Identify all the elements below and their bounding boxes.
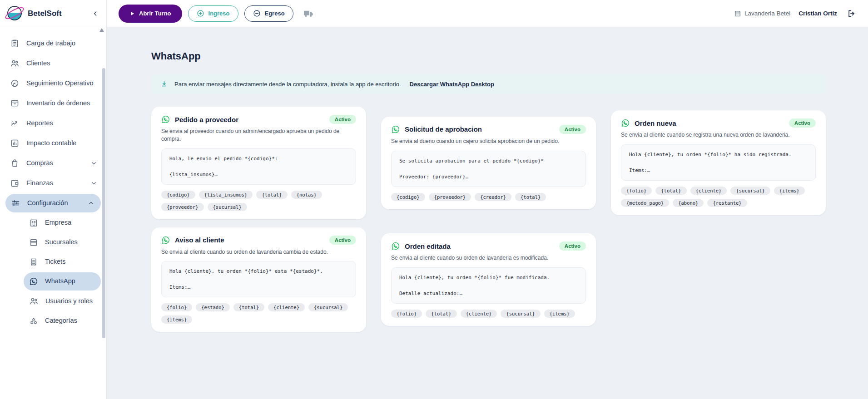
template-card: Orden nueva Activo Se envia al cliente c… xyxy=(611,110,826,215)
template-card: Pedido a proveedor Activo Se envia al pr… xyxy=(151,107,366,219)
page-title: WhatsApp xyxy=(151,50,826,62)
placeholder-chip: {lista_insumos} xyxy=(199,191,253,199)
sidebar-item-label: Empresa xyxy=(45,218,97,227)
bar-chart-icon xyxy=(10,138,20,148)
status-badge: Activo xyxy=(559,241,586,251)
sidebar-scrollbar[interactable] xyxy=(102,68,105,338)
income-label: Ingreso xyxy=(208,10,230,17)
placeholder-chip: {items} xyxy=(161,315,192,324)
placeholder-chip: {metodo_pago} xyxy=(621,199,669,207)
sidebar-item-label: Impacto contable xyxy=(26,139,97,148)
betelsoft-logo-icon xyxy=(7,6,23,21)
placeholder-chip: {folio} xyxy=(161,303,192,311)
placeholder-chip: {codigo} xyxy=(391,193,425,201)
placeholder-chips: {codigo}{proveedor}{creador}{total} xyxy=(391,193,586,201)
message-line: Hola {cliente}, tu orden *{folio}* esta … xyxy=(169,268,348,274)
topbar-right: Lavanderia Betel Cristian Ortiz xyxy=(734,9,856,18)
message-preview[interactable]: Hola {cliente}, tu orden *{folio}* esta … xyxy=(161,261,356,297)
status-badge: Activo xyxy=(329,115,356,124)
chevron-down-icon xyxy=(90,180,97,187)
wallet-icon xyxy=(10,178,20,188)
whatsapp-icon xyxy=(29,277,38,286)
sidebar-item-seguimiento-operativo[interactable]: Seguimiento Operativo xyxy=(0,74,106,93)
download-whatsapp-link[interactable]: Descargar WhatsApp Desktop xyxy=(410,81,494,88)
message-preview[interactable]: Hola, le envio el pedido *{codigo}*: {li… xyxy=(161,148,356,185)
sidebar-item-label: Seguimiento Operativo xyxy=(26,79,97,88)
placeholder-chip: {cliente} xyxy=(690,187,727,195)
message-line: Proveedor: {proveedor}… xyxy=(399,174,578,180)
placeholder-chip: {proveedor} xyxy=(429,193,471,201)
message-preview[interactable]: Hola {cliente}, tu orden *{folio}* fue m… xyxy=(391,267,586,304)
placeholder-chips: {folio}{total}{cliente}{sucursal}{items} xyxy=(391,310,586,318)
template-title: Orden nueva xyxy=(635,119,676,127)
sidebar-item-finanzas[interactable]: Finanzas xyxy=(0,174,106,192)
sidebar-collapse-button[interactable] xyxy=(92,10,99,17)
users-icon xyxy=(10,59,20,68)
sidebar-item-tickets[interactable]: Tickets xyxy=(0,253,106,271)
user-name[interactable]: Cristian Ortiz xyxy=(799,10,837,17)
sidebar-item-reportes[interactable]: Reportes xyxy=(0,114,106,133)
placeholder-chips: {folio}{total}{cliente}{sucursal}{items}… xyxy=(621,187,816,207)
message-line: Detalle actualizado:… xyxy=(399,291,578,296)
placeholder-chip: {estado} xyxy=(196,303,230,311)
logout-icon[interactable] xyxy=(847,9,856,18)
open-shift-button[interactable]: Abrir Turno xyxy=(119,5,182,23)
sidebar-item-impacto-contable[interactable]: Impacto contable xyxy=(0,134,106,153)
sidebar-item-empresa[interactable]: Empresa xyxy=(0,214,106,232)
sidebar-item-clientes[interactable]: Clientes xyxy=(0,54,106,73)
placeholder-chip: {cliente} xyxy=(461,310,497,318)
message-line: Hola {cliente}, tu orden *{folio}* ha si… xyxy=(629,152,808,158)
sidebar: BetelSoft Carga de trabajo Clientes Segu… xyxy=(0,0,107,399)
placeholder-chip: {codigo} xyxy=(161,191,195,199)
banner-text: Para enviar mensajes directamente desde … xyxy=(174,81,401,88)
whatsapp-icon xyxy=(161,115,170,124)
sidebar-item-compras[interactable]: Compras xyxy=(0,154,106,172)
sidebar-item-label: Reportes xyxy=(26,119,97,128)
placeholder-chip: {sucursal} xyxy=(730,187,770,195)
placeholder-chip: {total} xyxy=(515,193,546,201)
sidebar-item-categorias[interactable]: Categorías xyxy=(0,312,106,330)
app-title: BetelSoft xyxy=(28,9,62,18)
sidebar-item-configuracion[interactable]: Configuración xyxy=(5,194,101,212)
card-header: Orden editada Activo xyxy=(391,241,586,251)
sidebar-item-label: Inventario de órdenes xyxy=(26,99,97,108)
expense-button[interactable]: Egreso xyxy=(244,5,293,22)
sidebar-item-carga-de-trabajo[interactable]: Carga de trabajo xyxy=(0,34,106,53)
template-card: Solicitud de aprobacion Activo Se envia … xyxy=(381,117,596,209)
income-button[interactable]: Ingreso xyxy=(188,5,238,22)
message-line: Se solicita aprobacion para el pedido *{… xyxy=(399,158,578,164)
placeholder-chip: {items} xyxy=(544,310,575,318)
sidebar-item-label: WhatsApp xyxy=(45,277,94,286)
placeholder-chip: {total} xyxy=(426,310,456,318)
template-card: Aviso al cliente Activo Se envia al clie… xyxy=(151,227,366,332)
box-icon xyxy=(10,99,20,108)
placeholder-chip: {folio} xyxy=(621,187,652,195)
sidebar-item-whatsapp[interactable]: WhatsApp xyxy=(24,272,101,291)
chevron-down-icon xyxy=(90,160,97,167)
card-header: Orden nueva Activo xyxy=(621,118,816,128)
scroll-up-arrow[interactable] xyxy=(99,28,104,32)
clipboard-icon xyxy=(10,39,20,48)
sidebar-item-sucursales[interactable]: Sucursales xyxy=(0,233,106,251)
sidebar-item-label: Sucursales xyxy=(45,238,97,247)
whatsapp-icon xyxy=(391,125,400,134)
sidebar-item-label: Categorías xyxy=(45,316,97,325)
circle-minus-icon xyxy=(253,10,261,17)
store-icon xyxy=(29,238,38,247)
template-card: Orden editada Activo Se envia al cliente… xyxy=(381,233,596,326)
placeholder-chip: {total} xyxy=(256,191,287,199)
template-title: Orden editada xyxy=(405,242,451,250)
branch-name: Lavanderia Betel xyxy=(744,10,790,17)
placeholder-chip: {total} xyxy=(233,303,264,311)
message-preview[interactable]: Hola {cliente}, tu orden *{folio}* ha si… xyxy=(621,144,816,181)
truck-icon[interactable] xyxy=(303,8,314,19)
sidebar-item-usuarios-y-roles[interactable]: Usuarios y roles xyxy=(0,292,106,310)
sidebar-item-inventario-de-ordenes[interactable]: Inventario de órdenes xyxy=(0,94,106,113)
placeholder-chip: {total} xyxy=(655,187,686,195)
template-title: Solicitud de aprobacion xyxy=(405,125,482,133)
template-description: Se envia al cliente cuando su orden de l… xyxy=(391,254,586,262)
template-cards-grid: Pedido a proveedor Activo Se envia al pr… xyxy=(151,107,826,332)
branch-indicator[interactable]: Lavanderia Betel xyxy=(734,10,790,17)
message-preview[interactable]: Se solicita aprobacion para el pedido *{… xyxy=(391,151,586,187)
sidebar-item-label: Usuarios y roles xyxy=(45,297,97,306)
